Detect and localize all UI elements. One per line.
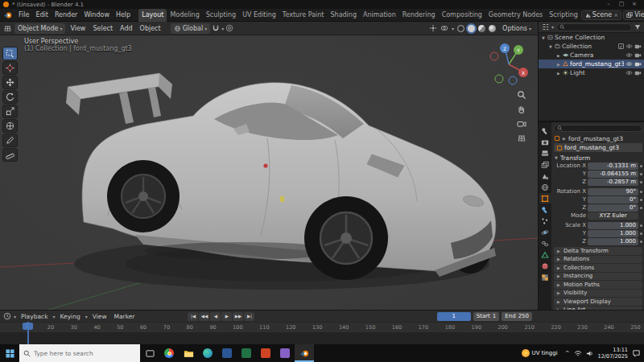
workspace-tab-layout[interactable]: Layout — [138, 9, 167, 22]
workspace-tab-geometry-nodes[interactable]: Geometry Nodes — [485, 9, 546, 22]
transform-orientation-dropdown[interactable]: Global ▾ — [171, 23, 211, 34]
workspace-tab-animation[interactable]: Animation — [360, 9, 399, 22]
section-visibility[interactable]: ▶Visibility — [554, 290, 642, 298]
outliner-item-label[interactable]: Collection — [562, 43, 617, 50]
animate-dot-icon[interactable] — [640, 232, 642, 235]
scale-z-field[interactable]: 1.000 — [588, 238, 638, 245]
workspace-tab-shading[interactable]: Shading — [327, 9, 360, 22]
powerpoint-icon[interactable] — [256, 344, 275, 362]
scale-tool[interactable] — [2, 105, 18, 118]
disclosure-icon[interactable]: ▶ — [556, 53, 561, 58]
taskbar-search-input[interactable] — [34, 350, 130, 357]
animate-dot-icon[interactable] — [640, 207, 642, 209]
workspace-tab-texture-paint[interactable]: Texture Paint — [279, 9, 328, 22]
workspace-tab-scripting[interactable]: Scripting — [546, 9, 581, 22]
menu-add[interactable]: Add — [118, 25, 135, 32]
location-y-field[interactable]: -0.064155 m — [588, 171, 638, 178]
word-icon[interactable] — [217, 344, 237, 362]
workspace-tab-modeling[interactable]: Modeling — [167, 9, 202, 22]
menu-view[interactable]: View — [68, 25, 88, 32]
section-instancing[interactable]: ▶Instancing — [554, 273, 642, 281]
disclosure-icon[interactable]: ▼ — [548, 44, 553, 49]
maximize-button[interactable]: □ — [615, 0, 628, 9]
tab-render[interactable] — [539, 137, 551, 147]
workspace-tab-compositing[interactable]: Compositing — [439, 9, 485, 22]
camera-view-icon[interactable] — [517, 119, 526, 129]
3d-viewport[interactable]: User Perspective (1) Collection | ford_m… — [0, 35, 538, 310]
close-button[interactable]: × — [628, 0, 641, 9]
menu-view-timeline[interactable]: View — [90, 313, 109, 320]
render-camera-icon[interactable] — [634, 70, 642, 76]
scale-x-field[interactable]: 1.000 — [588, 222, 638, 229]
gizmo-y-neg[interactable] — [495, 75, 503, 83]
minimize-button[interactable]: – — [602, 0, 615, 9]
jump-to-start-button[interactable]: |◀ — [188, 312, 198, 321]
chevron-down-icon[interactable]: ▾ — [452, 26, 454, 31]
menu-keying[interactable]: Keying — [58, 313, 83, 320]
menu-render[interactable]: Render — [52, 9, 80, 21]
tab-particles[interactable] — [539, 216, 551, 226]
hide-eye-icon[interactable] — [625, 61, 633, 67]
overlays-icon[interactable] — [440, 24, 448, 32]
hide-eye-icon[interactable] — [625, 52, 633, 58]
chevron-down-icon[interactable]: ▾ — [14, 314, 16, 319]
animate-dot-icon[interactable] — [640, 173, 642, 175]
menu-select[interactable]: Select — [90, 25, 115, 32]
transform-tool[interactable] — [2, 119, 18, 133]
pan-hand-icon[interactable] — [517, 105, 526, 114]
hide-eye-icon[interactable] — [625, 43, 633, 49]
animate-dot-icon[interactable] — [640, 224, 642, 227]
tab-modifiers[interactable] — [539, 204, 551, 215]
section-delta-transform[interactable]: ▶Delta Transform — [554, 247, 642, 255]
animate-dot-icon[interactable] — [640, 165, 642, 167]
menu-file[interactable]: File — [15, 9, 32, 21]
filter-icon[interactable] — [634, 24, 641, 31]
proportional-editing-icon[interactable] — [225, 24, 233, 32]
chrome-icon[interactable] — [159, 344, 179, 362]
breadcrumb-object-name[interactable]: ford_mustang_gt3 — [568, 135, 623, 142]
location-x-field[interactable]: -0.1331 m — [588, 162, 638, 170]
snap-dropdown-icon[interactable]: ▾ — [221, 26, 224, 31]
tab-output[interactable] — [539, 148, 551, 158]
section-relations[interactable]: ▶Relations — [554, 256, 642, 264]
render-camera-icon[interactable] — [634, 52, 642, 58]
shading-solid-icon[interactable] — [468, 25, 475, 32]
menu-window[interactable]: Window — [80, 9, 113, 21]
rotation-y-field[interactable]: 0° — [588, 196, 638, 204]
tab-view-layer[interactable] — [539, 159, 551, 170]
shading-material-icon[interactable] — [478, 25, 485, 32]
gizmo-toggle-icon[interactable] — [429, 24, 437, 32]
outliner-row-ford-mustang-gt3[interactable]: ▶ ford_mustang_gt3 — [539, 60, 644, 68]
animate-dot-icon[interactable] — [640, 191, 642, 193]
tab-object[interactable] — [539, 193, 551, 204]
tab-world[interactable] — [539, 182, 551, 192]
object-name-field[interactable]: ford_mustang_gt3 — [554, 143, 642, 152]
next-keyframe-button[interactable]: ▶▶ — [233, 312, 243, 321]
taskbar-search[interactable] — [19, 344, 140, 362]
menu-playback[interactable]: Playback — [19, 313, 50, 320]
menu-object[interactable]: Object — [138, 25, 163, 32]
render-camera-icon[interactable] — [634, 43, 642, 49]
exclude-checkbox[interactable]: ✓ — [618, 43, 624, 49]
rotation-x-field[interactable]: 90° — [588, 188, 638, 195]
frame-end-field[interactable]: End250 — [502, 312, 532, 321]
play-reverse-button[interactable]: ◀ — [210, 312, 221, 321]
gizmo-x-neg[interactable] — [490, 52, 498, 60]
scale-y-field[interactable]: 1.000 — [588, 230, 638, 237]
settings-icon[interactable] — [275, 344, 295, 362]
options-dropdown[interactable]: Options ▾ — [499, 23, 535, 34]
outliner-item-label[interactable]: Light — [570, 69, 624, 76]
menu-edit[interactable]: Edit — [32, 9, 52, 21]
select-box-tool[interactable] — [2, 47, 18, 60]
cursor-tool[interactable] — [2, 61, 18, 75]
tab-object-data[interactable] — [539, 249, 551, 260]
scene-selector[interactable]: Scene × — [581, 10, 621, 20]
section-motion-paths[interactable]: ▶Motion Paths — [554, 281, 642, 289]
workspace-tab-sculpting[interactable]: Sculpting — [203, 9, 239, 22]
animate-dot-icon[interactable] — [640, 199, 642, 201]
disclosure-icon[interactable]: ▶ — [556, 62, 561, 67]
outliner-row-camera[interactable]: ▶ Camera — [539, 51, 644, 60]
rotation-mode-dropdown[interactable]: XYZ Euler — [588, 212, 638, 220]
rotation-z-field[interactable]: 0° — [588, 204, 638, 212]
menu-marker[interactable]: Marker — [112, 313, 138, 320]
